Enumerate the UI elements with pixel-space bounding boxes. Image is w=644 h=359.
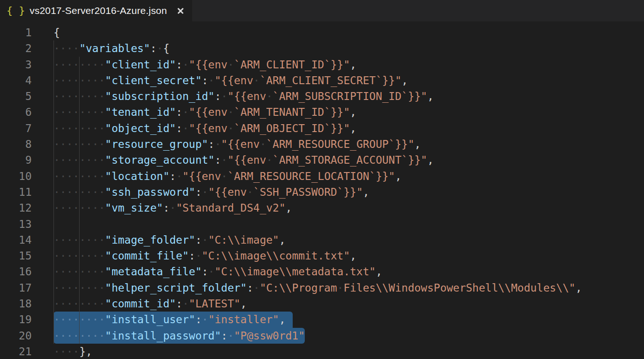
line-number[interactable]: 11 [0, 184, 32, 200]
whitespace-dots: · [221, 90, 228, 102]
line-number[interactable]: 20 [0, 328, 32, 344]
line-number[interactable]: 15 [0, 248, 32, 264]
whitespace-dots: · [202, 234, 208, 246]
line-number[interactable]: 13 [0, 216, 32, 232]
line-number[interactable]: 4 [0, 73, 32, 88]
token-string: "{{env [208, 186, 247, 198]
token-punctuation: , [376, 266, 382, 278]
line-number[interactable]: 17 [0, 280, 32, 296]
line-number[interactable]: 3 [0, 57, 32, 73]
code-text: ········"install_password":·"P@ssw0rd1" [54, 330, 305, 342]
code-line[interactable]: 13 [0, 216, 644, 232]
token-key: "subscription_id" [105, 90, 215, 102]
code-line[interactable]: 20········"install_password":·"P@ssw0rd1… [0, 328, 644, 344]
whitespace-dots: · [266, 154, 273, 166]
token-punctuation: , [279, 234, 286, 246]
code-line[interactable]: 1{ [0, 25, 644, 40]
whitespace-dots: · [260, 138, 266, 150]
code-line[interactable]: 4········"client_secret":·"{{env·`ARM_CL… [0, 73, 644, 88]
line-number[interactable]: 12 [0, 200, 32, 216]
token-punctuation: , [241, 298, 247, 310]
code-line[interactable]: 16········"metadata_file":·"C:\\image\\m… [0, 264, 644, 279]
code-line[interactable]: 12········"vm_size":·"Standard_DS4_v2", [0, 200, 644, 216]
whitespace-dots: · [337, 282, 343, 294]
code-line[interactable]: 7········"object_id":·"{{env·`ARM_OBJECT… [0, 120, 644, 136]
code-line[interactable]: 17········"helper_script_folder":·"C:\\P… [0, 280, 644, 296]
line-number[interactable]: 7 [0, 120, 32, 136]
code-line[interactable]: 3········"client_id":·"{{env·`ARM_CLIENT… [0, 57, 644, 73]
whitespace-dots: ········ [54, 250, 105, 262]
token-punctuation: : [221, 330, 228, 342]
token-string: "LATEST" [189, 298, 241, 310]
tab-close-button[interactable] [174, 5, 187, 17]
line-number[interactable]: 14 [0, 232, 32, 248]
token-punctuation: : [176, 298, 182, 310]
line-number[interactable]: 6 [0, 104, 32, 120]
vscode-window: { } vs2017-Server2016-Azure.json 1{2····… [0, 0, 644, 359]
line-number[interactable]: 19 [0, 312, 32, 327]
json-file-icon: { } [7, 6, 25, 16]
line-number[interactable]: 9 [0, 152, 32, 168]
token-punctuation: , [350, 106, 356, 118]
token-punctuation: : [202, 266, 208, 278]
token-string: "C:\\image\\metadata.txt" [215, 266, 376, 278]
token-string: `ARM_CLIENT_SECRET`}}" [260, 74, 402, 86]
code-line[interactable]: 14········"image_folder":·"C:\\image", [0, 232, 644, 248]
code-line[interactable]: 11········"ssh_password":·"{{env·`SSH_PA… [0, 184, 644, 200]
whitespace-dots: ········ [54, 122, 105, 134]
token-key: "image_folder" [105, 234, 195, 246]
code-line[interactable]: 10········"location":·"{{env·`ARM_RESOUR… [0, 168, 644, 184]
token-string: "{{env [228, 154, 266, 166]
whitespace-dots: · [195, 250, 202, 262]
token-key: "helper_script_folder" [105, 282, 247, 294]
token-punctuation: { [163, 42, 169, 54]
whitespace-dots: · [157, 42, 163, 54]
line-number[interactable]: 10 [0, 168, 32, 184]
whitespace-dots: ········ [54, 330, 105, 342]
token-punctuation: : [163, 202, 169, 214]
token-punctuation: : [176, 59, 182, 71]
token-string: `ARM_CLIENT_ID`}}" [234, 59, 350, 71]
tab-vs2017-server2016-azure-json[interactable]: { } vs2017-Server2016-Azure.json [0, 0, 192, 21]
code-line[interactable]: 19········"install_user":·"installer", [0, 312, 644, 327]
code-line[interactable]: 21····}, [0, 344, 644, 359]
token-string: "C:\\image" [208, 234, 279, 246]
token-punctuation: : [208, 138, 215, 150]
line-number[interactable]: 8 [0, 136, 32, 152]
token-punctuation: , [427, 90, 434, 102]
code-line[interactable]: 6········"tenant_id":·"{{env·`ARM_TENANT… [0, 104, 644, 120]
line-number[interactable]: 18 [0, 296, 32, 312]
line-number[interactable]: 16 [0, 264, 32, 279]
line-number[interactable]: 5 [0, 88, 32, 104]
code-text: ········"ssh_password":·"{{env·`SSH_PASS… [54, 186, 369, 198]
whitespace-dots: · [215, 138, 221, 150]
code-line[interactable]: 2····"variables":·{ [0, 40, 644, 56]
whitespace-dots: · [182, 298, 189, 310]
code-line[interactable]: 18········"commit_id":·"LATEST", [0, 296, 644, 312]
token-string: "{{env [189, 106, 228, 118]
code-editor[interactable]: 1{2····"variables":·{3········"client_id… [0, 21, 644, 359]
code-line[interactable]: 9········"storage_account":·"{{env·`ARM_… [0, 152, 644, 168]
token-string: "{{env [221, 138, 260, 150]
code-line[interactable]: 8········"resource_group":·"{{env·`ARM_R… [0, 136, 644, 152]
code-line[interactable]: 5········"subscription_id":·"{{env·`ARM_… [0, 88, 644, 104]
token-string: `ARM_OBJECT_ID`}}" [234, 122, 350, 134]
whitespace-dots: ···· [54, 346, 79, 358]
line-number[interactable]: 21 [0, 344, 32, 359]
whitespace-dots: · [228, 330, 234, 342]
whitespace-dots: ········ [54, 74, 105, 86]
code-text: ········"object_id":·"{{env·`ARM_OBJECT_… [54, 122, 356, 134]
token-punctuation: : [202, 74, 208, 86]
code-text: ········"helper_script_folder":·"C:\\Pro… [54, 282, 582, 294]
line-number[interactable]: 2 [0, 40, 32, 56]
token-punctuation: , [402, 74, 408, 86]
code-line[interactable]: 15········"commit_file":·"C:\\image\\com… [0, 248, 644, 264]
whitespace-dots: ········ [54, 106, 105, 118]
line-number[interactable]: 1 [0, 25, 32, 40]
whitespace-dots: ········ [54, 186, 105, 198]
code-text: ········"image_folder":·"C:\\image", [54, 234, 286, 246]
whitespace-dots: · [228, 122, 234, 134]
token-punctuation: : [195, 234, 202, 246]
token-string: `ARM_SUBSCRIPTION_ID`}}" [273, 90, 427, 102]
whitespace-dots: ········ [54, 298, 105, 310]
